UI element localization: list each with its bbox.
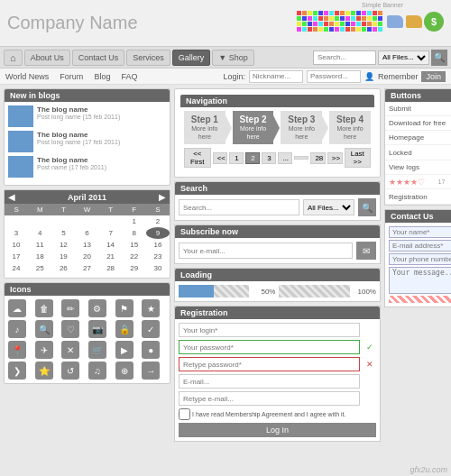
icon-item-2[interactable]: ✏ <box>61 299 79 317</box>
icon-item-10[interactable]: 🔒 <box>115 320 133 338</box>
icon-item-21[interactable]: ♫ <box>88 362 106 380</box>
nav-home[interactable]: ⌂ <box>4 50 23 66</box>
cal-cell[interactable]: 24 <box>5 262 28 274</box>
cal-cell[interactable]: 14 <box>99 239 123 251</box>
icon-item-1[interactable]: 🗑 <box>35 299 53 317</box>
icon-item-16[interactable]: ▶ <box>115 341 133 359</box>
icon-item-11[interactable]: ✓ <box>142 320 160 338</box>
reg-retype-input[interactable] <box>179 357 360 371</box>
cal-cell[interactable]: 8 <box>123 227 146 239</box>
icon-item-22[interactable]: ⊕ <box>115 362 133 380</box>
reg-agree-checkbox[interactable] <box>179 408 190 420</box>
cal-prev[interactable]: ◀ <box>8 192 15 202</box>
cal-cell[interactable]: 21 <box>99 251 123 262</box>
page-3[interactable]: 3 <box>262 152 276 164</box>
page-prev[interactable]: << <box>213 152 228 164</box>
cal-cell[interactable]: 17 <box>5 251 28 262</box>
step-2[interactable]: Step 2 More info here <box>233 111 274 144</box>
reg-login-input[interactable] <box>179 323 360 337</box>
cal-cell[interactable]: 22 <box>123 251 146 262</box>
nav-contact[interactable]: Contact Us <box>72 50 125 66</box>
icon-item-19[interactable]: ⭐ <box>35 362 53 380</box>
icon-item-12[interactable]: 📍 <box>8 341 26 359</box>
contact-message-input[interactable] <box>389 267 451 294</box>
search-go-button[interactable]: 🔍 <box>358 198 376 216</box>
cal-cell[interactable]: 20 <box>75 251 98 262</box>
cal-cell[interactable]: 9 <box>146 227 170 239</box>
icon-item-23[interactable]: → <box>142 362 160 380</box>
step-3[interactable]: Step 3 More info here <box>281 111 322 144</box>
reg-email-input[interactable] <box>179 374 360 389</box>
icon-item-14[interactable]: ✕ <box>61 341 79 359</box>
blog-title-3[interactable]: The blog name <box>37 156 106 164</box>
page-next[interactable]: >> <box>327 152 343 164</box>
nav-about[interactable]: About Us <box>24 50 70 66</box>
nav-services[interactable]: Services <box>126 50 170 66</box>
reg-password-input[interactable] <box>179 340 360 354</box>
contact-email-input[interactable] <box>389 240 451 252</box>
cal-cell[interactable]: 16 <box>146 239 170 251</box>
icon-item-17[interactable]: ● <box>142 341 160 359</box>
page-29[interactable]: 28 <box>310 152 325 164</box>
cal-cell[interactable]: 13 <box>75 239 98 251</box>
nickname-input[interactable] <box>249 70 303 83</box>
step-1[interactable]: Step 1 More info here <box>184 111 226 144</box>
cal-cell[interactable]: 23 <box>146 251 170 262</box>
join-button[interactable]: Join <box>421 71 446 82</box>
icon-item-3[interactable]: ⚙ <box>88 299 106 317</box>
icon-item-13[interactable]: ✈ <box>35 341 53 359</box>
cal-cell[interactable]: 15 <box>123 239 146 251</box>
cal-cell[interactable]: 12 <box>51 239 75 251</box>
cal-cell[interactable]: 1 <box>123 215 146 227</box>
subnav-worldnews[interactable]: World News <box>5 72 49 81</box>
subnav-faq[interactable]: FAQ <box>121 72 137 81</box>
subnav-blog[interactable]: Blog <box>94 72 110 81</box>
cal-cell[interactable]: 28 <box>99 262 123 274</box>
reg-submit-button[interactable]: Log In <box>179 423 376 437</box>
cal-cell[interactable]: 18 <box>28 251 51 262</box>
cal-cell[interactable]: 27 <box>75 262 98 274</box>
cal-cell[interactable]: 2 <box>146 215 170 227</box>
icon-item-5[interactable]: ★ <box>142 299 160 317</box>
contact-phone-input[interactable] <box>389 253 451 265</box>
contact-name-input[interactable] <box>389 226 451 238</box>
icon-item-18[interactable]: ❯ <box>8 362 26 380</box>
page-last[interactable]: Last >> <box>345 148 371 168</box>
cal-cell[interactable]: 10 <box>5 239 28 251</box>
nav-filter-select[interactable]: All Files... <box>378 50 429 65</box>
subscribe-email-input[interactable] <box>179 243 353 259</box>
blog-title-2[interactable]: The blog name <box>37 131 120 139</box>
cal-cell[interactable]: 26 <box>51 262 75 274</box>
icon-item-4[interactable]: ⚑ <box>115 299 133 317</box>
cal-cell[interactable]: 5 <box>51 227 75 239</box>
blog-title-1[interactable]: The blog name <box>37 105 120 114</box>
cal-cell[interactable]: 19 <box>51 251 75 262</box>
cal-cell[interactable]: 30 <box>146 262 170 274</box>
subscribe-button[interactable]: ✉ <box>356 242 376 260</box>
cal-cell[interactable]: 4 <box>28 227 51 239</box>
cal-cell[interactable]: 25 <box>28 262 51 274</box>
subnav-forum[interactable]: Forum <box>60 72 83 81</box>
cal-cell[interactable]: 3 <box>5 227 28 239</box>
search-input[interactable] <box>179 199 299 215</box>
icon-item-0[interactable]: ☁ <box>8 299 26 317</box>
cal-next[interactable]: ▶ <box>159 192 166 202</box>
nav-search-button[interactable]: 🔍 <box>431 50 447 66</box>
icon-item-9[interactable]: 📷 <box>88 320 106 338</box>
page-2[interactable]: 2 <box>245 152 260 164</box>
nav-shop[interactable]: ▼ Shop <box>212 50 253 66</box>
nav-gallery[interactable]: Gallery <box>172 50 211 66</box>
page-first[interactable]: << First <box>184 148 211 168</box>
cal-cell[interactable]: 6 <box>75 227 98 239</box>
cal-cell[interactable]: 29 <box>123 262 146 274</box>
page-28[interactable] <box>294 156 308 160</box>
icon-item-15[interactable]: 🛒 <box>88 341 106 359</box>
icon-item-6[interactable]: ♪ <box>8 320 26 338</box>
page-1[interactable]: 1 <box>229 152 244 164</box>
step-4[interactable]: Step 4 More info here <box>329 111 371 144</box>
icon-item-20[interactable]: ↺ <box>61 362 79 380</box>
cal-cell[interactable]: 7 <box>99 227 123 239</box>
icon-item-8[interactable]: ♡ <box>61 320 79 338</box>
cal-cell[interactable]: 11 <box>28 239 51 251</box>
password-input[interactable] <box>307 70 361 83</box>
